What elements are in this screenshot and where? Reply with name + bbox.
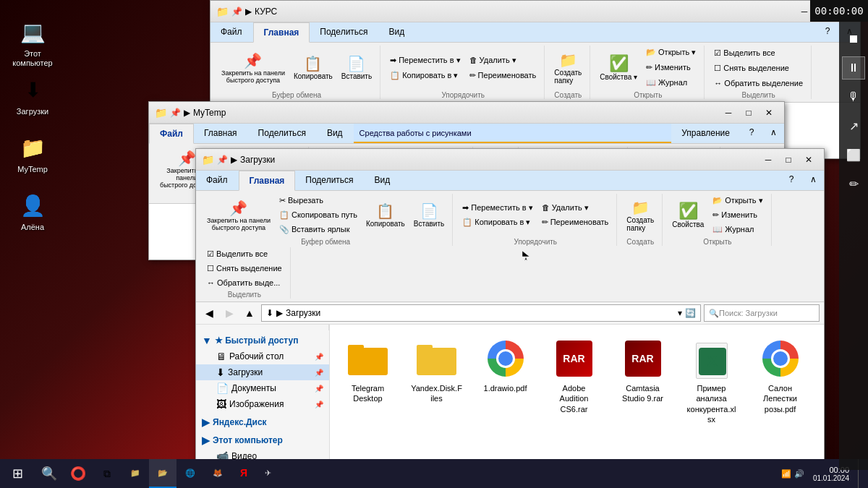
address-bar[interactable]: ⬇ ▶ Загрузки ▾ 🔄: [261, 304, 701, 322]
cortana-taskbar[interactable]: ⭕: [64, 459, 93, 488]
tab-home[interactable]: Главная: [253, 22, 310, 43]
deselect-btn[interactable]: ☐ Снять выделение: [710, 61, 807, 75]
tab-share[interactable]: Поделиться: [310, 22, 378, 42]
pin-button[interactable]: 📌 Закрепить на панелибыстрого доступа: [218, 50, 289, 86]
paste-button[interactable]: 📄 Вставить: [338, 53, 375, 82]
file-item-xlsx[interactable]: X Пример анализа конкурента.xlsx: [681, 332, 742, 429]
tab-file[interactable]: Файл: [210, 22, 253, 42]
open-btn[interactable]: 📂 Открыть ▾: [709, 194, 766, 207]
file-item-camtasia[interactable]: RAR Camtasia Studio 9.rar: [612, 332, 673, 429]
close-button[interactable]: ✕: [799, 153, 818, 167]
minimize-button[interactable]: ─: [719, 106, 738, 120]
delete-button[interactable]: 🗑 Удалить ▾: [466, 53, 540, 67]
tab-home[interactable]: Главная: [194, 124, 248, 143]
start-button[interactable]: ⊞: [0, 459, 35, 488]
network-icon[interactable]: 📶: [781, 469, 791, 479]
copy-button[interactable]: 📋 Копировать: [290, 53, 336, 82]
tab-view[interactable]: Вид: [379, 22, 416, 42]
desktop-icon-downloads[interactable]: ⬇ Загрузки: [7, 72, 58, 119]
mic-button[interactable]: 🎙: [842, 85, 865, 108]
file-item-yandex[interactable]: Yandex.Disk.Files: [406, 332, 467, 429]
rename-button[interactable]: ✏ Переименовать: [466, 69, 540, 82]
edit-btn[interactable]: ✏ Изменить: [642, 61, 699, 74]
delete-btn[interactable]: 🗑 Удалить ▾: [538, 201, 613, 215]
sidebar-yandex-disk[interactable]: ▶ Яндекс.Диск: [196, 412, 329, 430]
sidebar-item-documents[interactable]: 📄 Документы 📌: [196, 380, 329, 396]
properties-button[interactable]: ✅ Свойства: [668, 200, 707, 231]
copy-to-btn[interactable]: 📋 Копировать в ▾: [459, 215, 536, 229]
file-item-audition[interactable]: RAR Adobe Audition CS6.rar: [543, 332, 605, 429]
search-box[interactable]: 🔍 Поиск: Загрузки: [704, 304, 820, 322]
tab-home[interactable]: Главная: [239, 171, 296, 191]
stop-button[interactable]: ⏹: [842, 27, 865, 51]
back-button[interactable]: ◀: [200, 304, 218, 322]
pen-button[interactable]: ✏: [842, 172, 865, 195]
forward-button[interactable]: ▶: [221, 304, 238, 322]
task-view-taskbar[interactable]: ⧉: [93, 459, 122, 488]
tab-share[interactable]: Поделиться: [248, 124, 317, 143]
pin-button[interactable]: 📌 Закрепить на панелибыстрого доступа: [203, 197, 274, 234]
paste-shortcut-btn[interactable]: 📎 Вставить ярлык: [276, 223, 361, 236]
cut-btn[interactable]: ✂ Вырезать: [276, 194, 361, 207]
help-button[interactable]: ?: [818, 24, 837, 38]
up-button[interactable]: ▲: [241, 304, 258, 322]
select-all-btn[interactable]: ☑ Выделить все: [710, 46, 807, 60]
search-taskbar[interactable]: 🔍: [35, 459, 64, 488]
open-btn[interactable]: 📂 Открыть ▾: [642, 46, 699, 59]
sidebar-item-images[interactable]: 🖼 Изображения 📌: [196, 396, 329, 412]
paste-button[interactable]: 📄 Вставить: [410, 200, 448, 230]
sidebar-this-computer[interactable]: ▶ Этот компьютер: [196, 430, 329, 448]
journal-btn[interactable]: 📖 Журнал: [642, 76, 699, 90]
tab-file[interactable]: Файл: [196, 171, 239, 190]
invert-sel-btn[interactable]: ↔ Обратить выде...: [203, 276, 286, 289]
rar-audition-icon: RAR: [553, 337, 596, 380]
tab-share[interactable]: Поделиться: [295, 171, 364, 190]
file-item-drawio[interactable]: 1.drawio.pdf: [475, 332, 536, 429]
new-folder-button[interactable]: 📁 Создатьпапку: [623, 197, 658, 234]
file-item-telegram[interactable]: Telegram Desktop: [337, 332, 399, 429]
tab-view[interactable]: Вид: [317, 124, 354, 143]
help-button[interactable]: ?: [782, 172, 801, 187]
refresh-button[interactable]: 🔄: [685, 308, 696, 318]
maximize-button[interactable]: □: [779, 153, 798, 167]
minimize-button[interactable]: ─: [759, 153, 778, 167]
invert-btn[interactable]: ↔ Обратить выделение: [710, 77, 807, 90]
taskbar-app-explorer2[interactable]: 📂: [149, 459, 176, 488]
copy-path-btn[interactable]: 📋 Скопировать путь: [276, 208, 361, 222]
tab-view[interactable]: Вид: [365, 171, 401, 190]
file-item-pdf[interactable]: Салон Лепестки розы.pdf: [749, 332, 811, 429]
select-all-btn[interactable]: ☑ Выделить все: [203, 247, 286, 261]
move-to-btn[interactable]: ➡ Переместить в ▾: [459, 201, 536, 215]
arrow-button[interactable]: ↗: [842, 114, 865, 137]
volume-icon[interactable]: 🔊: [794, 469, 804, 479]
deselect-btn[interactable]: ☐ Снять выделение: [203, 262, 286, 275]
close-button[interactable]: ✕: [760, 106, 778, 120]
open-button[interactable]: ✅ Свойства ▾: [596, 52, 641, 83]
edit-btn[interactable]: ✏ Изменить: [709, 208, 766, 222]
collapse-ribbon-button[interactable]: ∧: [764, 125, 783, 140]
taskbar-app-yandex[interactable]: Я: [231, 459, 256, 488]
square-button[interactable]: ⬜: [842, 143, 865, 166]
taskbar-app-explorer[interactable]: 📁: [122, 459, 149, 488]
sidebar-quick-access[interactable]: ▼ ★ Быстрый доступ: [196, 330, 329, 348]
move-to-button[interactable]: ➡ Переместить в ▾: [386, 53, 464, 67]
taskbar-app-firefox[interactable]: 🦊: [204, 459, 231, 488]
help-button[interactable]: ?: [742, 125, 761, 140]
pause-button[interactable]: ⏸: [842, 56, 865, 80]
tab-manage[interactable]: Управление: [671, 124, 741, 143]
taskbar-app-chrome[interactable]: 🌐: [176, 459, 204, 488]
copy-button[interactable]: 📋 Копировать: [362, 200, 409, 230]
sidebar-item-downloads[interactable]: ⬇ Загрузки 📌: [196, 364, 329, 380]
new-folder-button[interactable]: 📁 Создатьпапку: [550, 49, 585, 87]
copy-to-button[interactable]: 📋 Копировать в ▾: [386, 69, 464, 82]
rename-btn[interactable]: ✏ Переименовать: [538, 215, 613, 229]
desktop-icon-mytemp[interactable]: 📁 MyTemp: [7, 130, 58, 177]
desktop-icon-alena[interactable]: 👤 Алёна: [7, 188, 58, 235]
collapse-button[interactable]: ∧: [804, 172, 822, 187]
maximize-button[interactable]: □: [739, 106, 758, 120]
tab-file[interactable]: Файл: [149, 124, 194, 144]
desktop-icon-this-computer[interactable]: 💻 Этоткомпьютер: [7, 14, 58, 71]
journal-btn[interactable]: 📖 Журнал: [709, 223, 766, 236]
sidebar-item-desktop[interactable]: 🖥 Рабочий стол 📌: [196, 348, 329, 364]
taskbar-app-telegram[interactable]: ✈: [256, 459, 280, 488]
